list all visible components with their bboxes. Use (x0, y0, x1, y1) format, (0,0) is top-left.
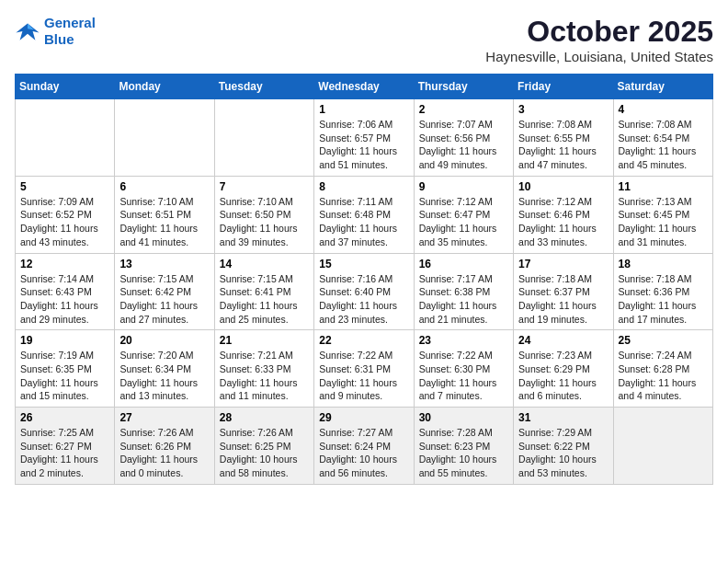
day-content: Sunrise: 7:12 AM Sunset: 6:47 PM Dayligh… (419, 195, 508, 249)
day-number: 6 (119, 180, 209, 193)
calendar-week-row: 12Sunrise: 7:14 AM Sunset: 6:43 PM Dayli… (16, 253, 713, 330)
day-content: Sunrise: 7:23 AM Sunset: 6:29 PM Dayligh… (518, 349, 608, 403)
day-number: 21 (220, 334, 309, 347)
calendar-cell: 13Sunrise: 7:15 AM Sunset: 6:42 PM Dayli… (115, 253, 214, 330)
weekday-header: Sunday (16, 75, 115, 99)
day-content: Sunrise: 7:10 AM Sunset: 6:50 PM Dayligh… (220, 195, 309, 249)
weekday-header: Friday (514, 75, 613, 99)
calendar-week-row: 1Sunrise: 7:06 AM Sunset: 6:57 PM Daylig… (16, 99, 713, 177)
day-content: Sunrise: 7:26 AM Sunset: 6:25 PM Dayligh… (220, 426, 309, 480)
day-number: 16 (419, 258, 508, 270)
calendar-cell: 7Sunrise: 7:10 AM Sunset: 6:50 PM Daylig… (214, 176, 313, 253)
calendar-table: SundayMondayTuesdayWednesdayThursdayFrid… (15, 74, 713, 485)
day-content: Sunrise: 7:18 AM Sunset: 6:37 PM Dayligh… (518, 272, 608, 327)
day-number: 17 (518, 258, 608, 270)
day-content: Sunrise: 7:09 AM Sunset: 6:52 PM Dayligh… (20, 195, 109, 249)
calendar-cell: 10Sunrise: 7:12 AM Sunset: 6:46 PM Dayli… (514, 176, 613, 253)
month-title: October 2025 (485, 15, 713, 49)
day-content: Sunrise: 7:11 AM Sunset: 6:48 PM Dayligh… (319, 195, 408, 249)
weekday-header: Thursday (414, 75, 513, 99)
day-number: 10 (518, 180, 608, 193)
day-number: 26 (20, 411, 109, 424)
calendar-cell: 8Sunrise: 7:11 AM Sunset: 6:48 PM Daylig… (314, 176, 414, 253)
day-content: Sunrise: 7:13 AM Sunset: 6:45 PM Dayligh… (619, 195, 708, 249)
day-content: Sunrise: 7:19 AM Sunset: 6:35 PM Dayligh… (20, 349, 109, 403)
day-content: Sunrise: 7:29 AM Sunset: 6:22 PM Dayligh… (518, 426, 608, 480)
day-number: 3 (518, 103, 608, 116)
day-content: Sunrise: 7:14 AM Sunset: 6:43 PM Dayligh… (20, 272, 109, 327)
day-number: 11 (619, 180, 708, 193)
day-content: Sunrise: 7:17 AM Sunset: 6:38 PM Dayligh… (419, 272, 508, 327)
day-number: 8 (319, 180, 408, 193)
logo-icon (15, 18, 40, 44)
calendar-cell (214, 99, 313, 177)
day-number: 23 (419, 334, 508, 347)
day-number: 20 (119, 334, 209, 347)
day-number: 4 (619, 103, 708, 116)
calendar-cell: 2Sunrise: 7:07 AM Sunset: 6:56 PM Daylig… (414, 99, 513, 177)
calendar-cell: 16Sunrise: 7:17 AM Sunset: 6:38 PM Dayli… (414, 253, 513, 330)
calendar-week-row: 26Sunrise: 7:25 AM Sunset: 6:27 PM Dayli… (16, 408, 713, 485)
day-number: 7 (220, 180, 309, 193)
calendar-cell: 17Sunrise: 7:18 AM Sunset: 6:37 PM Dayli… (514, 253, 613, 330)
day-content: Sunrise: 7:22 AM Sunset: 6:30 PM Dayligh… (419, 349, 508, 403)
day-content: Sunrise: 7:08 AM Sunset: 6:54 PM Dayligh… (619, 118, 708, 172)
day-number: 25 (619, 334, 708, 347)
day-content: Sunrise: 7:22 AM Sunset: 6:31 PM Dayligh… (319, 349, 408, 403)
calendar-cell: 9Sunrise: 7:12 AM Sunset: 6:47 PM Daylig… (414, 176, 513, 253)
calendar-cell: 27Sunrise: 7:26 AM Sunset: 6:26 PM Dayli… (115, 408, 214, 485)
calendar-cell: 18Sunrise: 7:18 AM Sunset: 6:36 PM Dayli… (613, 253, 712, 330)
day-number: 28 (220, 411, 309, 424)
logo-text: General Blue (44, 15, 96, 48)
day-content: Sunrise: 7:21 AM Sunset: 6:33 PM Dayligh… (220, 349, 309, 403)
calendar-cell: 31Sunrise: 7:29 AM Sunset: 6:22 PM Dayli… (514, 408, 613, 485)
calendar-cell (613, 408, 712, 485)
day-content: Sunrise: 7:28 AM Sunset: 6:23 PM Dayligh… (419, 426, 508, 480)
calendar-cell: 1Sunrise: 7:06 AM Sunset: 6:57 PM Daylig… (314, 99, 414, 177)
calendar-cell: 29Sunrise: 7:27 AM Sunset: 6:24 PM Dayli… (314, 408, 414, 485)
calendar-cell: 25Sunrise: 7:24 AM Sunset: 6:28 PM Dayli… (613, 330, 712, 408)
page-header: General Blue October 2025 Haynesville, L… (15, 15, 713, 64)
calendar-cell: 24Sunrise: 7:23 AM Sunset: 6:29 PM Dayli… (514, 330, 613, 408)
calendar-cell: 28Sunrise: 7:26 AM Sunset: 6:25 PM Dayli… (214, 408, 313, 485)
day-number: 24 (518, 334, 608, 347)
day-content: Sunrise: 7:15 AM Sunset: 6:42 PM Dayligh… (119, 272, 209, 327)
logo: General Blue (15, 15, 96, 48)
weekday-header: Wednesday (314, 75, 414, 99)
calendar-cell: 15Sunrise: 7:16 AM Sunset: 6:40 PM Dayli… (314, 253, 414, 330)
calendar-cell: 3Sunrise: 7:08 AM Sunset: 6:55 PM Daylig… (514, 99, 613, 177)
day-content: Sunrise: 7:18 AM Sunset: 6:36 PM Dayligh… (619, 272, 708, 327)
day-content: Sunrise: 7:26 AM Sunset: 6:26 PM Dayligh… (119, 426, 209, 480)
calendar-cell (115, 99, 214, 177)
calendar-week-row: 19Sunrise: 7:19 AM Sunset: 6:35 PM Dayli… (16, 330, 713, 408)
calendar-cell: 14Sunrise: 7:15 AM Sunset: 6:41 PM Dayli… (214, 253, 313, 330)
calendar-cell (16, 99, 115, 177)
weekday-header: Monday (115, 75, 214, 99)
day-number: 9 (419, 180, 508, 193)
calendar-cell: 22Sunrise: 7:22 AM Sunset: 6:31 PM Dayli… (314, 330, 414, 408)
calendar-week-row: 5Sunrise: 7:09 AM Sunset: 6:52 PM Daylig… (16, 176, 713, 253)
calendar-cell: 20Sunrise: 7:20 AM Sunset: 6:34 PM Dayli… (115, 330, 214, 408)
weekday-header: Saturday (613, 75, 712, 99)
day-content: Sunrise: 7:08 AM Sunset: 6:55 PM Dayligh… (518, 118, 608, 172)
day-content: Sunrise: 7:10 AM Sunset: 6:51 PM Dayligh… (119, 195, 209, 249)
calendar-cell: 6Sunrise: 7:10 AM Sunset: 6:51 PM Daylig… (115, 176, 214, 253)
day-number: 2 (419, 103, 508, 116)
day-number: 15 (319, 258, 408, 270)
day-number: 14 (220, 258, 309, 270)
calendar-cell: 19Sunrise: 7:19 AM Sunset: 6:35 PM Dayli… (16, 330, 115, 408)
calendar-cell: 30Sunrise: 7:28 AM Sunset: 6:23 PM Dayli… (414, 408, 513, 485)
day-number: 12 (20, 258, 109, 270)
day-number: 5 (20, 180, 109, 193)
day-number: 30 (419, 411, 508, 424)
day-content: Sunrise: 7:16 AM Sunset: 6:40 PM Dayligh… (319, 272, 408, 327)
day-number: 29 (319, 411, 408, 424)
day-content: Sunrise: 7:24 AM Sunset: 6:28 PM Dayligh… (619, 349, 708, 403)
calendar-header-row: SundayMondayTuesdayWednesdayThursdayFrid… (16, 75, 713, 99)
day-number: 31 (518, 411, 608, 424)
calendar-cell: 4Sunrise: 7:08 AM Sunset: 6:54 PM Daylig… (613, 99, 712, 177)
calendar-cell: 21Sunrise: 7:21 AM Sunset: 6:33 PM Dayli… (214, 330, 313, 408)
day-content: Sunrise: 7:06 AM Sunset: 6:57 PM Dayligh… (319, 118, 408, 172)
calendar-cell: 23Sunrise: 7:22 AM Sunset: 6:30 PM Dayli… (414, 330, 513, 408)
day-content: Sunrise: 7:15 AM Sunset: 6:41 PM Dayligh… (220, 272, 309, 327)
